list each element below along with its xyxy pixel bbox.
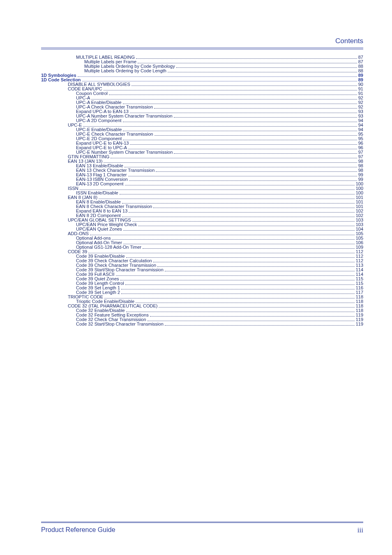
toc-entry-page: 98 bbox=[358, 168, 363, 173]
toc-entry[interactable]: EAN-13 2D Component100 bbox=[41, 182, 363, 186]
toc-entry-page: 94 bbox=[358, 118, 363, 123]
toc-entry[interactable]: 1D Symbologies89 bbox=[41, 73, 363, 78]
toc-entry[interactable]: 1D Code Selection89 bbox=[41, 78, 363, 82]
toc-entry[interactable]: EAN-13 Flag 1 Character99 bbox=[41, 173, 363, 177]
toc-entry-label: UPC-A 2D Component bbox=[76, 118, 122, 123]
toc-entry-page: 92 bbox=[358, 105, 363, 109]
toc-entry[interactable]: Code 32 Start/Stop Character Transmissio… bbox=[41, 322, 363, 326]
toc-entry[interactable]: UPC/EAN Quiet Zones104 bbox=[41, 227, 363, 231]
toc-entry[interactable]: EAN-13 ISBN Conversion99 bbox=[41, 177, 363, 182]
toc-entry[interactable]: Code 39 Length Control115 bbox=[41, 281, 363, 286]
toc-entry[interactable]: Expand UPC-E to UPC-A96 bbox=[41, 146, 363, 150]
toc-entry[interactable]: Code 32 Check Char Transmission119 bbox=[41, 317, 363, 322]
toc-entry[interactable]: Code 39 Start/Stop Character Transmissio… bbox=[41, 268, 363, 272]
toc-entry-label: MULTIPLE LABEL READING bbox=[76, 55, 135, 60]
toc-entry[interactable]: Optional Add-ons105 bbox=[41, 236, 363, 240]
toc-entry[interactable]: ISSN100 bbox=[41, 186, 363, 191]
toc-entry[interactable]: CODE 39112 bbox=[41, 250, 363, 254]
toc-entry[interactable]: Code 39 Check Character Transmission113 bbox=[41, 263, 363, 268]
toc-leader-dots bbox=[154, 106, 357, 108]
toc-entry[interactable]: UPC-E Enable/Disable94 bbox=[41, 127, 363, 132]
toc-entry[interactable]: Code 39 Set Length 2117 bbox=[41, 290, 363, 295]
toc-entry[interactable]: EAN 8 Enable/Disable101 bbox=[41, 200, 363, 204]
toc-leader-dots bbox=[174, 115, 357, 117]
toc-entry[interactable]: UPC-A 2D Component94 bbox=[41, 118, 363, 123]
toc-entry-label: Code 32 Check Char Transmission bbox=[76, 317, 146, 322]
toc-entry[interactable]: Expand UPC-E to EAN-1396 bbox=[41, 141, 363, 146]
toc-entry-label: UPC-E Number System Character Transmissi… bbox=[76, 150, 173, 155]
toc-entry-label: EAN-13 Flag 1 Character bbox=[76, 173, 127, 177]
toc-entry[interactable]: EAN 13 Enable/Disable98 bbox=[41, 164, 363, 168]
toc-entry[interactable]: Code 32 Feature Setting Exceptions119 bbox=[41, 313, 363, 317]
toc-entry[interactable]: EAN 8 Check Character Transmission101 bbox=[41, 204, 363, 209]
toc-entry[interactable]: EAN 8 (JAN 8)101 bbox=[41, 195, 363, 200]
toc-entry[interactable]: Code 39 Set Length 1116 bbox=[41, 286, 363, 290]
toc-entry[interactable]: UPC-A Check Character Transmission92 bbox=[41, 105, 363, 109]
toc-entry[interactable]: Multiple Labels Ordering by Code Length8… bbox=[41, 69, 363, 73]
toc-leader-dots bbox=[126, 255, 355, 257]
toc-entry-label: UPC-E Enable/Disable bbox=[76, 127, 122, 132]
toc-entry-label: UPC-E bbox=[68, 123, 82, 127]
toc-leader-dots bbox=[126, 309, 355, 312]
toc-entry[interactable]: UPC-A Number System Character Transmissi… bbox=[41, 114, 363, 118]
toc-entry-label: Code 39 Set Length 1 bbox=[76, 286, 120, 290]
toc-entry[interactable]: Optional GS1-128 Add-On Timer109 bbox=[41, 245, 363, 250]
toc-entry[interactable]: Multiple Labels Ordering by Code Symbolo… bbox=[41, 64, 363, 69]
toc-entry[interactable]: EAN 8 2D Component102 bbox=[41, 213, 363, 218]
toc-leader-dots bbox=[132, 219, 355, 221]
toc-leader-dots bbox=[116, 273, 355, 275]
toc-leader-dots bbox=[165, 323, 355, 325]
toc-entry[interactable]: TRIOPTIC CODE118 bbox=[41, 295, 363, 299]
footer-page-number: iii bbox=[357, 526, 363, 534]
toc-leader-dots bbox=[174, 151, 357, 153]
toc-entry-label: EAN 8 Check Character Transmission bbox=[76, 204, 152, 209]
toc-entry-label: UPC-A Number System Character Transmissi… bbox=[76, 114, 173, 118]
toc-entry[interactable]: UPC-A Enable/Disable92 bbox=[41, 100, 363, 105]
toc-entry[interactable]: DISABLE ALL SYMBOLOGIES90 bbox=[41, 82, 363, 87]
toc-entry-page: 117 bbox=[356, 290, 363, 295]
toc-entry-page: 101 bbox=[356, 204, 363, 209]
toc-entry[interactable]: EAN 13 (JAN 13)98 bbox=[41, 159, 363, 164]
toc-entry[interactable]: EAN 13 Check Character Transmission98 bbox=[41, 168, 363, 173]
toc-entry[interactable]: MULTIPLE LABEL READING87 bbox=[41, 55, 363, 60]
toc-entry[interactable]: Expand EAN 8 to EAN 13102 bbox=[41, 209, 363, 213]
toc-entry-label: Code 39 Set Length 2 bbox=[76, 290, 120, 295]
toc-leader-dots bbox=[111, 155, 357, 158]
toc-entry[interactable]: ISSN Enable/Disable100 bbox=[41, 191, 363, 195]
toc-entry[interactable]: UPC-E 2D Component95 bbox=[41, 136, 363, 141]
toc-entry[interactable]: GTIN FORMATTING97 bbox=[41, 155, 363, 159]
toc-entry[interactable]: CODE 32 (ITAL PHARMACEUTICAL CODE)118 bbox=[41, 304, 363, 308]
toc-entry[interactable]: ADD-ONS105 bbox=[41, 231, 363, 236]
toc-leader-dots bbox=[104, 296, 354, 298]
toc-entry[interactable]: Code 39 Quiet Zones115 bbox=[41, 277, 363, 281]
toc-entry[interactable]: UPC/EAN GLOBAL SETTINGS103 bbox=[41, 218, 363, 222]
toc-entry-label: ISSN bbox=[68, 186, 78, 191]
toc-entry[interactable]: Code 39 Check Character Calculation112 bbox=[41, 259, 363, 263]
toc-entry[interactable]: Coupon Control91 bbox=[41, 91, 363, 96]
toc-entry-page: 119 bbox=[356, 317, 363, 322]
toc-entry-page: 105 bbox=[356, 236, 363, 240]
toc-leader-dots bbox=[82, 79, 357, 81]
toc-leader-dots bbox=[148, 318, 355, 321]
toc-entry[interactable]: Code 39 Full ASCII114 bbox=[41, 272, 363, 277]
toc-entry-label: CODE 39 bbox=[68, 250, 87, 254]
toc-entry[interactable]: Expand UPC-A to EAN-1393 bbox=[41, 109, 363, 114]
toc-entry[interactable]: UPC-E Number System Character Transmissi… bbox=[41, 150, 363, 155]
toc-entry[interactable]: Optional Add-On Timer106 bbox=[41, 240, 363, 245]
toc-entry[interactable]: UPC/EAN Price Weight Check103 bbox=[41, 222, 363, 227]
toc-entry-label: UPC/EAN GLOBAL SETTINGS bbox=[68, 218, 131, 222]
toc-entry-page: 115 bbox=[356, 281, 363, 286]
toc-entry[interactable]: Code 39 Enable/Disable112 bbox=[41, 254, 363, 259]
toc-leader-dots bbox=[123, 137, 357, 140]
toc-entry[interactable]: Code 32 Enable/Disable118 bbox=[41, 308, 363, 313]
toc-leader-dots bbox=[112, 237, 354, 239]
toc-entry-label: UPC/EAN Price Weight Check bbox=[76, 222, 137, 227]
toc-entry[interactable]: CODE EAN/UPC91 bbox=[41, 87, 363, 91]
toc-entry[interactable]: Multiple Labels per Frame87 bbox=[41, 60, 363, 64]
toc-entry[interactable]: UPC-E94 bbox=[41, 123, 363, 127]
toc-leader-dots bbox=[157, 264, 355, 266]
toc-entry[interactable]: UPC-A92 bbox=[41, 96, 363, 100]
toc-entry[interactable]: Trioptic Code Enable/Disable118 bbox=[41, 299, 363, 304]
toc-entry-page: 90 bbox=[358, 82, 363, 87]
toc-entry[interactable]: UPC-E Check Character Transmission95 bbox=[41, 132, 363, 136]
